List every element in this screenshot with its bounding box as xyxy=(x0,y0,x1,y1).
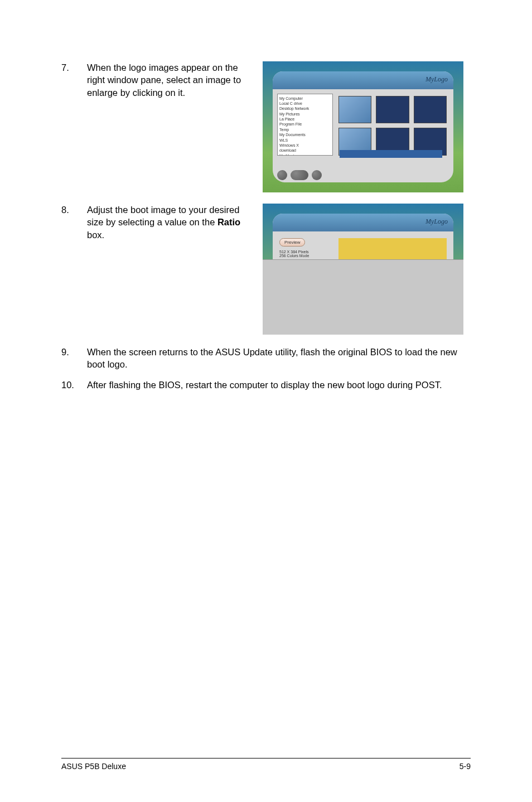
step-10-row: 10. After flashing the BIOS, restart the… xyxy=(61,379,471,392)
step-number: 9. xyxy=(61,346,87,359)
info-bar xyxy=(340,150,442,158)
page-footer: ASUS P5B Deluxe 5-9 xyxy=(61,758,471,771)
tree-item: WLS xyxy=(279,138,331,143)
tree-item: My Documents xyxy=(279,133,331,138)
app-window: MyLogo My Computer Local C drive Desktop… xyxy=(273,71,453,182)
app-header: MyLogo xyxy=(273,71,453,89)
tree-item: Temp xyxy=(279,127,331,132)
preview-button: Preview xyxy=(279,238,305,247)
step-8-row: 8. Adjust the boot image to your desired… xyxy=(61,204,471,335)
back-button-icon xyxy=(277,170,287,180)
nav-button-icon xyxy=(291,170,308,180)
app-footer xyxy=(277,170,322,180)
footer-page-number: 5-9 xyxy=(460,762,471,771)
folder-tree: My Computer Local C drive Desktop Networ… xyxy=(277,94,333,156)
preview-meta: 256 Colors Mode xyxy=(279,254,331,258)
screenshot-preview: MyLogo Preview 512 X 384 Pixels 256 Colo… xyxy=(263,204,463,335)
footer-left: ASUS P5B Deluxe xyxy=(61,762,126,771)
step-text: After flashing the BIOS, restart the com… xyxy=(87,379,471,391)
tree-item: Windows X xyxy=(279,143,331,148)
step-text-part: Adjust the boot image to your desired si… xyxy=(87,205,239,227)
step-text: Adjust the boot image to your desired si… xyxy=(87,204,257,241)
tree-item: My Computer xyxy=(279,96,331,101)
step-number: 10. xyxy=(61,379,87,392)
thumbnail xyxy=(414,96,447,123)
tree-item: download xyxy=(279,148,331,153)
app-header: MyLogo xyxy=(273,214,453,231)
tree-item: Desktop Network xyxy=(279,107,331,112)
tree-item: My Pictures xyxy=(279,112,331,117)
step-text: When the screen returns to the ASUS Upda… xyxy=(87,346,471,371)
step-7-row: 7. When the logo images appear on the ri… xyxy=(61,61,471,192)
thumbnail xyxy=(338,96,371,123)
tree-item: My Music xyxy=(279,153,331,156)
preview-meta: 512 X 384 Pixels xyxy=(279,250,331,254)
tree-item: La Place xyxy=(279,117,331,122)
tree-item: Program File xyxy=(279,122,331,127)
thumbnail xyxy=(376,96,409,123)
screenshot-thumbnail-browser: MyLogo My Computer Local C drive Desktop… xyxy=(263,61,463,192)
step-text: When the logo images appear on the right… xyxy=(87,61,257,99)
step-text-bold: Ratio xyxy=(217,217,240,227)
app-logo-text: MyLogo xyxy=(425,75,448,84)
forward-button-icon xyxy=(312,170,322,180)
app-body: My Computer Local C drive Desktop Networ… xyxy=(273,89,453,160)
tree-item: Local C drive xyxy=(279,101,331,106)
thumbnail-grid xyxy=(336,94,449,156)
step-number: 8. xyxy=(61,204,87,216)
step-number: 7. xyxy=(61,61,87,74)
landscape-bar xyxy=(263,259,463,335)
app-logo-text: MyLogo xyxy=(425,218,448,226)
step-9-row: 9. When the screen returns to the ASUS U… xyxy=(61,346,471,371)
step-text-part: box. xyxy=(87,230,104,240)
